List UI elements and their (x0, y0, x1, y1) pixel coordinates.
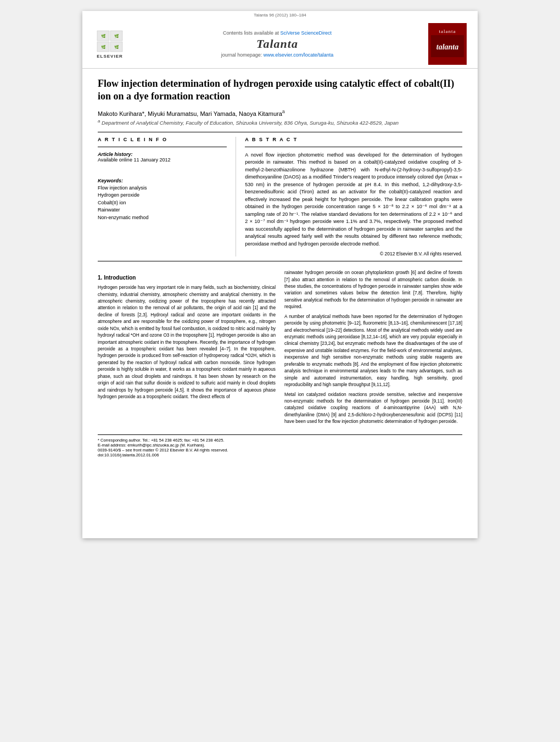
journal-header: 🌿 🌿 🌿 🌿 ELSEVIER Contents lists availabl… (82, 19, 478, 69)
body-col-left: 1. Introduction Hydrogen peroxide has ve… (98, 269, 276, 428)
history-label: Article history: (98, 152, 227, 157)
journal-homepage: journal homepage: www.elsevier.com/locat… (137, 52, 417, 58)
abstract-text: A novel flow injection photometric metho… (245, 152, 462, 248)
authors-text: Makoto Kurihara*, Miyuki Muramatsu, Mari… (98, 110, 282, 116)
header-center: Contents lists available at SciVerse Sci… (126, 30, 428, 58)
homepage-text: journal homepage: (221, 52, 264, 58)
intro-para-3: A number of analytical methods have been… (284, 313, 462, 388)
keywords-label: Keywords: (98, 178, 227, 183)
keyword-3: Cobalt(II) ion (98, 199, 227, 207)
info-abstract-box: A R T I C L E I N F O Article history: A… (98, 132, 462, 262)
available-online: Available online 11 January 2012 (98, 157, 227, 163)
section-title-text: Introduction (104, 275, 136, 281)
body-two-col: 1. Introduction Hydrogen peroxide has ve… (98, 269, 462, 428)
article-info-heading: A R T I C L E I N F O (98, 137, 227, 142)
intro-para-2: rainwater hydrogen peroxide on ocean phy… (284, 269, 462, 310)
authors: Makoto Kurihara*, Miyuki Muramatsu, Mari… (98, 109, 462, 117)
journal-title-display: Talanta (137, 37, 417, 51)
keyword-2: Hydrogen peroxide (98, 192, 227, 199)
intro-section-title: 1. Introduction (98, 274, 276, 282)
svg-text:talanta: talanta (436, 43, 458, 51)
homepage-link[interactable]: www.elsevier.com/locate/talanta (264, 52, 334, 58)
keyword-4: Rainwater (98, 207, 227, 214)
svg-text:🌿: 🌿 (101, 34, 106, 38)
article-info-section: A R T I C L E I N F O Article history: A… (98, 137, 236, 257)
article-page: Talanta 96 (2012) 180–184 🌿 🌿 🌿 🌿 (82, 11, 478, 538)
sciverse-link[interactable]: SciVerse ScienceDirect (281, 30, 332, 36)
volume-info: Talanta 96 (2012) 180–184 (82, 11, 478, 19)
footnotes: * Corresponding author. Tel.: +81 54 238… (98, 434, 462, 458)
sciverse-text: Contents lists available at (223, 30, 281, 36)
footnote-doi: doi:10.1016/j.talanta.2012.01.006 (98, 453, 462, 458)
elsevier-logo: 🌿 🌿 🌿 🌿 ELSEVIER (93, 30, 126, 59)
footnote-email: E-mail address: emkurih@ipc.shizuoka.ac.… (98, 443, 462, 448)
body-col-right: rainwater hydrogen peroxide on ocean phy… (284, 269, 462, 428)
intro-para-1: Hydrogen peroxide has very important rol… (98, 284, 276, 400)
article-title: Flow injection determination of hydrogen… (98, 77, 462, 103)
keyword-5: Non-enzymatic method (98, 214, 227, 222)
svg-text:🌿: 🌿 (101, 44, 106, 49)
talanta-logo-label: talanta (431, 29, 464, 34)
svg-text:🌿: 🌿 (114, 34, 119, 38)
svg-text:🌿: 🌿 (114, 44, 119, 49)
talanta-logo: talanta talanta (428, 23, 467, 65)
affiliation: a Department of Analytical Chemistry, Fa… (98, 119, 462, 126)
sciverse-line: Contents lists available at SciVerse Sci… (137, 30, 417, 36)
abstract-section: A B S T R A C T A novel flow injection p… (236, 137, 462, 257)
copyright-line: © 2012 Elsevier B.V. All rights reserved… (245, 251, 462, 256)
elsevier-label: ELSEVIER (97, 54, 123, 59)
footnote-issn: 0039-9140/$ – see front matter © 2012 El… (98, 448, 462, 453)
section-number: 1. (98, 275, 102, 281)
article-body: Flow injection determination of hydrogen… (82, 69, 478, 468)
keyword-1: Flow injection analysis (98, 185, 227, 192)
footnote-corresponding: * Corresponding author. Tel.: +81 54 238… (98, 438, 462, 443)
affiliation-text: Department of Analytical Chemistry, Facu… (102, 120, 399, 126)
intro-para-4: Metal ion catalyzed oxidation reactions … (284, 391, 462, 425)
abstract-heading: A B S T R A C T (245, 137, 462, 142)
